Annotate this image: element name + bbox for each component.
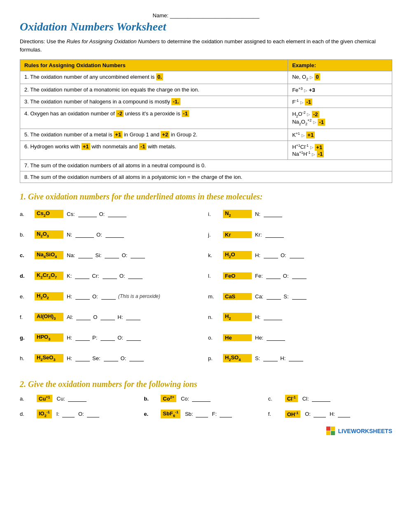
problem-d: d. K2Cr2O7 K: Cr: O: bbox=[20, 269, 204, 282]
h2so4-h-input[interactable] bbox=[289, 355, 303, 361]
n2-n-input[interactable] bbox=[264, 211, 282, 217]
h2seo3-o-input[interactable] bbox=[129, 355, 144, 361]
problem-g: g. HPO3 H: P: O: bbox=[20, 331, 204, 344]
formula-he: He bbox=[223, 334, 252, 341]
left-column: a. Cs2O Cs: O: b. N2O3 N: O: c. Na4SiO4 bbox=[20, 207, 204, 372]
ion-e: e. SbF6-1 Sb: F: bbox=[144, 410, 268, 418]
problem-i: i. N2 N: bbox=[208, 207, 392, 220]
table-row: 4. Oxygen has an oxidation number of -2 … bbox=[20, 108, 392, 129]
section1-heading: 1. Give oxidation numbers for the underl… bbox=[20, 192, 392, 202]
na4sio4-o-input[interactable] bbox=[131, 252, 145, 258]
sbf6-f-input[interactable] bbox=[220, 411, 232, 417]
formula-cl1: Cl-1 bbox=[285, 395, 298, 402]
na4sio4-si-input[interactable] bbox=[105, 252, 119, 258]
table-row: 2. The oxidation number of a monatomic i… bbox=[20, 84, 392, 96]
problem-n: n. H2 H: bbox=[208, 310, 392, 323]
sbf6-sb-input[interactable] bbox=[196, 411, 208, 417]
table-row: 5. The oxidation number of a metal is +1… bbox=[20, 129, 392, 141]
oh-h-input[interactable] bbox=[338, 411, 350, 417]
problem-c: c. Na4SiO4 Na: Si: O: bbox=[20, 248, 204, 262]
example-h-metal: -1 bbox=[317, 150, 324, 157]
lw-sq-red bbox=[326, 427, 330, 431]
lw-sq-yellow2 bbox=[326, 431, 330, 435]
formula-k2cr2o7: K2Cr2O7 bbox=[35, 272, 63, 280]
example-0: 0 bbox=[314, 73, 320, 80]
h2so4-s-input[interactable] bbox=[263, 355, 278, 361]
cu1-cu-input[interactable] bbox=[68, 395, 87, 402]
problem-l: l. FeO Fe: O: bbox=[208, 269, 392, 282]
lw-sq-green bbox=[331, 431, 335, 435]
formula-h2o2: H2O2 bbox=[35, 292, 63, 300]
name-line: Name: ______________________________ bbox=[20, 12, 392, 19]
table-row: 7. The sum of the oxidation numbers of a… bbox=[20, 160, 392, 171]
aloh3-h-input[interactable] bbox=[126, 314, 140, 320]
ion-b: b. Co2+ Co: bbox=[144, 395, 268, 402]
problem-m: m. CaS Ca: S: bbox=[208, 290, 392, 303]
co2plus-co-input[interactable] bbox=[192, 395, 211, 402]
problem-e: e. H2O2 H: O: (This is a peroxide) bbox=[20, 290, 204, 303]
example-neg1b: -1 bbox=[318, 119, 325, 126]
example-neg1: -1 bbox=[305, 98, 312, 105]
cl1-cl-input[interactable] bbox=[312, 395, 330, 402]
kr-input[interactable] bbox=[265, 231, 284, 238]
cs2o-cs-input[interactable] bbox=[78, 211, 97, 217]
lw-squares-icon bbox=[326, 427, 335, 435]
rules-col-header: Rules for Assigning Oxidation Numbers bbox=[20, 60, 288, 71]
cas-s-input[interactable] bbox=[292, 293, 307, 300]
lw-sq-yellow bbox=[331, 427, 335, 431]
problem-b: b. N2O3 N: O: bbox=[20, 228, 204, 241]
oh-o-input[interactable] bbox=[314, 411, 326, 417]
highlight-neg1-halogens: -1. bbox=[171, 98, 180, 105]
hpo3-p-input[interactable] bbox=[101, 334, 115, 341]
feo-o-input[interactable] bbox=[292, 272, 307, 279]
h2o2-h-input[interactable] bbox=[75, 293, 90, 300]
io2-o-input[interactable] bbox=[87, 411, 99, 417]
problem-j: j. Kr Kr: bbox=[208, 228, 392, 241]
directions: Directions: Use the Rules for Assigning … bbox=[20, 37, 392, 54]
hpo3-h-input[interactable] bbox=[75, 334, 90, 341]
formula-aloh3: Al(OH)3 bbox=[35, 313, 63, 321]
h2-h-input[interactable] bbox=[264, 314, 282, 320]
example-plus1: +1 bbox=[306, 131, 315, 138]
h2o-h-input[interactable] bbox=[264, 252, 278, 258]
formula-h2so4: H2SO4 bbox=[223, 354, 252, 362]
na4sio4-na-input[interactable] bbox=[78, 252, 93, 258]
example-h-nonmetal: +1 bbox=[315, 144, 323, 151]
n2o3-n-input[interactable] bbox=[75, 231, 94, 238]
highlight-neg1-h: -1 bbox=[139, 143, 147, 150]
formula-oh: OH-1 bbox=[285, 410, 301, 418]
k2cr2o7-k-input[interactable] bbox=[75, 272, 89, 279]
n2o3-o-input[interactable] bbox=[105, 231, 124, 238]
rules-table: Rules for Assigning Oxidation Numbers Ex… bbox=[20, 59, 392, 183]
section2-heading: 2. Give the oxidation numbers for the fo… bbox=[20, 380, 392, 389]
io2-i-input[interactable] bbox=[62, 411, 75, 417]
section2-row1: a. Cu+1 Cu: b. Co2+ Co: c. Cl-1 Cl: bbox=[20, 395, 392, 402]
ion-c: c. Cl-1 Cl: bbox=[268, 395, 392, 402]
formula-cu1: Cu+1 bbox=[37, 395, 52, 402]
he-input[interactable] bbox=[267, 334, 285, 341]
k2cr2o7-cr-input[interactable] bbox=[103, 272, 117, 279]
formula-cas: CaS bbox=[223, 293, 252, 300]
table-row: 1. The oxidation number of any uncombine… bbox=[20, 71, 392, 84]
table-row: 8. The sum of the oxidation numbers of a… bbox=[20, 171, 392, 183]
problem-h: h. H2SeO3 H: Se: O: bbox=[20, 352, 204, 365]
example-neg2: -2 bbox=[312, 111, 319, 118]
aloh3-al-input[interactable] bbox=[76, 314, 91, 320]
hpo3-o-input[interactable] bbox=[126, 334, 141, 341]
feo-fe-input[interactable] bbox=[266, 272, 281, 279]
h2o2-o-input[interactable] bbox=[101, 293, 116, 300]
cs2o-o-input[interactable] bbox=[108, 211, 126, 217]
h2o-o-input[interactable] bbox=[290, 252, 304, 258]
highlight-neg2: -2 bbox=[116, 110, 124, 117]
example-col-header: Example: bbox=[288, 60, 392, 71]
footer-logo: LIVEWORKSHEETS bbox=[20, 427, 392, 435]
peroxide-note: (This is a peroxide) bbox=[118, 293, 160, 299]
cas-ca-input[interactable] bbox=[267, 293, 281, 300]
highlight-neg1-peroxide: -1 bbox=[182, 110, 189, 117]
aloh3-o-input[interactable] bbox=[101, 314, 115, 320]
k2cr2o7-o-input[interactable] bbox=[128, 272, 143, 279]
formula-n2: N2 bbox=[223, 210, 252, 218]
h2seo3-se-input[interactable] bbox=[104, 355, 118, 361]
h2seo3-h-input[interactable] bbox=[75, 355, 90, 361]
right-column: i. N2 N: j. Kr Kr: k. H2O H: O: bbox=[208, 207, 392, 372]
